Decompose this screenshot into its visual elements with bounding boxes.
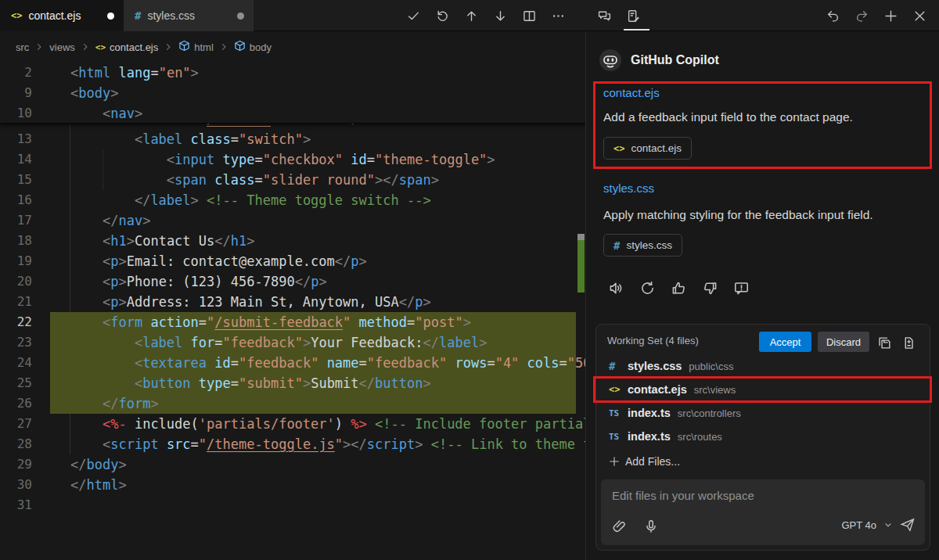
chat-input-left-actions bbox=[610, 517, 660, 536]
accept-change-icon[interactable] bbox=[404, 6, 423, 25]
code-line[interactable]: 30</html> bbox=[0, 475, 576, 495]
copilot-edits-view-icon[interactable] bbox=[624, 6, 642, 25]
model-picker[interactable]: GPT 4o bbox=[841, 519, 876, 531]
split-editor-icon[interactable] bbox=[520, 6, 538, 25]
line-number: 13 bbox=[0, 129, 32, 149]
ejs-file-icon: <> bbox=[95, 42, 106, 52]
code-text: <nav> bbox=[70, 103, 142, 124]
code-editor[interactable]: 12 <a href="/contact">Contact</a>13 <lab… bbox=[0, 63, 585, 560]
chevron-right-icon bbox=[219, 42, 228, 52]
code-line[interactable]: 14 <input type="checkbox" id="theme-togg… bbox=[0, 149, 576, 170]
copilot-avatar-icon bbox=[599, 48, 622, 72]
add-files-label: Add Files... bbox=[625, 455, 680, 468]
next-change-icon[interactable] bbox=[491, 6, 509, 25]
code-line[interactable]: 22 <form action="/submit-feedback" metho… bbox=[0, 312, 576, 332]
code-line[interactable]: 24 <textarea id="feedback" name="feedbac… bbox=[0, 353, 576, 373]
close-panel-icon[interactable] bbox=[910, 6, 929, 25]
code-line[interactable]: 25 <button type="submit">Submit</button> bbox=[0, 373, 576, 393]
thumbs-up-icon[interactable] bbox=[669, 278, 688, 297]
view-changes-icon[interactable] bbox=[899, 333, 918, 352]
code-line[interactable]: 27 <%- include('partials/footer') %> <!-… bbox=[0, 414, 576, 434]
working-set-row-index-ts[interactable]: TSindex.tssrc\controllers bbox=[596, 401, 930, 425]
chat-input-box[interactable]: Edit files in your workspace GPT 4o bbox=[601, 479, 925, 545]
overview-ruler-added-lines bbox=[577, 240, 585, 293]
send-icon[interactable] bbox=[900, 517, 916, 533]
code-line[interactable]: 28 <script src="/theme-toggle.js"></scri… bbox=[0, 434, 576, 454]
title-bar: <> contact.ejs # styles.css bbox=[0, 0, 939, 31]
chevron-down-icon[interactable] bbox=[883, 520, 893, 529]
file-chip-styles-css[interactable]: # styles.css bbox=[603, 234, 682, 257]
discard-button[interactable]: Discard bbox=[818, 332, 869, 352]
tab-label: contact.ejs bbox=[28, 9, 81, 22]
report-issue-icon[interactable] bbox=[732, 278, 750, 297]
code-text: <label for="feedback">Your Feedback:</la… bbox=[70, 332, 487, 353]
accept-button[interactable]: Accept bbox=[759, 332, 811, 352]
code-line[interactable]: 31 bbox=[0, 495, 576, 515]
code-line[interactable]: 19 <p>Email: contact@example.com</p> bbox=[0, 251, 576, 271]
sticky-line[interactable]: 2<html lang="en"> bbox=[0, 63, 576, 83]
code-line[interactable]: 26 </form> bbox=[0, 393, 576, 414]
read-aloud-icon[interactable] bbox=[606, 278, 625, 297]
code-line[interactable]: 29</body> bbox=[0, 454, 576, 475]
line-number: 16 bbox=[0, 190, 32, 210]
code-line[interactable]: 20 <p>Phone: (123) 456-7890</p> bbox=[0, 271, 576, 292]
line-number: 30 bbox=[0, 475, 32, 495]
attach-icon[interactable] bbox=[610, 517, 629, 536]
response-file-link-styles-css[interactable]: styles.css bbox=[603, 181, 654, 195]
line-number: 10 bbox=[0, 103, 32, 124]
tab-styles-css[interactable]: # styles.css bbox=[124, 0, 254, 31]
sticky-line[interactable]: 9<body> bbox=[0, 83, 576, 103]
code-text: </html> bbox=[70, 475, 127, 495]
redo-icon[interactable] bbox=[852, 6, 871, 25]
modified-dot[interactable] bbox=[237, 13, 244, 20]
working-set-row-index-ts[interactable]: TSindex.tssrc\routes bbox=[596, 425, 930, 448]
breadcrumb-item-views[interactable]: views bbox=[49, 41, 75, 53]
line-number: 28 bbox=[0, 434, 32, 454]
more-actions-icon[interactable] bbox=[549, 6, 567, 25]
undo-icon[interactable] bbox=[823, 6, 842, 25]
code-text: <form action="/submit-feedback" method="… bbox=[70, 312, 471, 332]
code-line[interactable]: 13 <label class="switch"> bbox=[0, 129, 576, 149]
working-set-file-name: index.ts bbox=[628, 407, 671, 419]
sticky-line[interactable]: 10 <nav> bbox=[0, 103, 576, 124]
breadcrumb-label: html bbox=[194, 41, 214, 53]
scrollbar-slider[interactable] bbox=[577, 234, 585, 240]
save-all-icon[interactable] bbox=[875, 333, 894, 352]
working-set-row-styles-css[interactable]: #styles.csspublic\css bbox=[596, 354, 930, 378]
regenerate-icon[interactable] bbox=[638, 278, 657, 297]
code-text: </label> <!-- Theme toggle switch --> bbox=[70, 190, 431, 210]
add-files-button[interactable]: Add Files... bbox=[609, 451, 680, 472]
code-text: <textarea id="feedback" name="feedback" … bbox=[70, 353, 585, 373]
microphone-icon[interactable] bbox=[642, 517, 660, 536]
code-line[interactable]: 21 <p>Address: 123 Main St, Anytown, USA… bbox=[0, 292, 576, 312]
working-set-card: Working Set (4 files) Accept Discard #st… bbox=[595, 324, 930, 551]
previous-change-icon[interactable] bbox=[462, 6, 480, 25]
chevron-right-icon bbox=[164, 42, 173, 52]
code-line[interactable]: 18 <h1>Contact Us</h1> bbox=[0, 231, 576, 251]
chat-view-icon[interactable] bbox=[595, 6, 613, 25]
file-chip-contact-ejs[interactable]: <> contact.ejs bbox=[603, 137, 692, 160]
breadcrumb-item-html[interactable]: html bbox=[178, 40, 214, 54]
chevron-right-icon bbox=[34, 42, 44, 52]
code-line[interactable]: 23 <label for="feedback">Your Feedback:<… bbox=[0, 332, 576, 353]
vscode-window: <> contact.ejs # styles.css bbox=[0, 0, 939, 560]
breadcrumb-item-contact-ejs[interactable]: <>contact.ejs bbox=[95, 41, 158, 53]
code-line[interactable]: 17 </nav> bbox=[0, 210, 576, 231]
thumbs-down-icon[interactable] bbox=[700, 278, 719, 297]
code-line[interactable]: 15 <span class="slider round"></span> bbox=[0, 170, 576, 190]
working-set-title: Working Set (4 files) bbox=[607, 335, 699, 346]
breadcrumb-item-body[interactable]: body bbox=[234, 40, 272, 54]
code-text: <button type="submit">Submit</button> bbox=[70, 373, 431, 393]
line-number: 14 bbox=[0, 149, 32, 170]
discard-change-icon[interactable] bbox=[433, 6, 452, 25]
working-set-row-contact-ejs[interactable]: <>contact.ejssrc\views bbox=[596, 378, 930, 401]
modified-dot[interactable] bbox=[107, 13, 114, 20]
code-line[interactable]: 16 </label> <!-- Theme toggle switch --> bbox=[0, 190, 576, 210]
breadcrumb-item-src[interactable]: src bbox=[16, 41, 29, 53]
working-set-file-name: styles.css bbox=[628, 360, 682, 372]
response-file-link-contact-ejs[interactable]: contact.ejs bbox=[603, 86, 660, 99]
panel-title-actions bbox=[823, 6, 929, 25]
new-session-icon[interactable] bbox=[881, 6, 900, 25]
css-file-icon: # bbox=[135, 9, 141, 22]
tab-contact-ejs[interactable]: <> contact.ejs bbox=[0, 0, 124, 31]
